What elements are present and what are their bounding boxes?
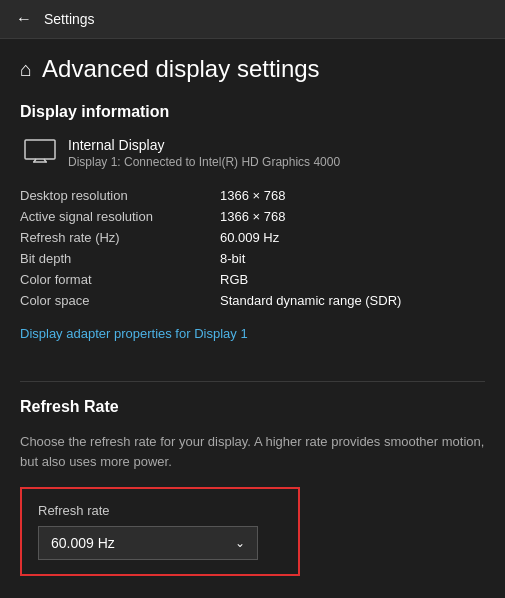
refresh-rate-dropdown[interactable]: 60.009 Hz ⌄ xyxy=(38,526,258,560)
table-row: Color spaceStandard dynamic range (SDR) xyxy=(20,290,485,311)
refresh-description: Choose the refresh rate for your display… xyxy=(20,432,485,471)
display-info-section: Display information Internal Display Dis… xyxy=(20,103,485,361)
main-content: ⌂ Advanced display settings Display info… xyxy=(0,39,505,595)
row-label: Active signal resolution xyxy=(20,206,220,227)
page-title: Advanced display settings xyxy=(42,55,320,83)
row-value: RGB xyxy=(220,269,485,290)
display-info-title: Display information xyxy=(20,103,485,121)
refresh-rate-box: Refresh rate 60.009 Hz ⌄ xyxy=(20,487,300,576)
info-table: Desktop resolution1366 × 768Active signa… xyxy=(20,185,485,311)
row-label: Desktop resolution xyxy=(20,185,220,206)
refresh-rate-value: 60.009 Hz xyxy=(51,535,115,551)
row-value: 1366 × 768 xyxy=(220,185,485,206)
top-bar: ← Settings xyxy=(0,0,505,39)
device-name: Internal Display xyxy=(68,137,340,153)
row-label: Bit depth xyxy=(20,248,220,269)
row-label: Refresh rate (Hz) xyxy=(20,227,220,248)
topbar-title: Settings xyxy=(44,11,95,27)
row-label: Color format xyxy=(20,269,220,290)
table-row: Refresh rate (Hz)60.009 Hz xyxy=(20,227,485,248)
table-row: Bit depth8-bit xyxy=(20,248,485,269)
table-row: Color formatRGB xyxy=(20,269,485,290)
row-value: 60.009 Hz xyxy=(220,227,485,248)
row-value: Standard dynamic range (SDR) xyxy=(220,290,485,311)
chevron-down-icon: ⌄ xyxy=(235,536,245,550)
section-divider xyxy=(20,381,485,382)
device-detail: Display 1: Connected to Intel(R) HD Grap… xyxy=(68,155,340,169)
adapter-link[interactable]: Display adapter properties for Display 1 xyxy=(20,326,248,341)
monitor-icon xyxy=(24,139,56,166)
table-row: Desktop resolution1366 × 768 xyxy=(20,185,485,206)
display-device: Internal Display Display 1: Connected to… xyxy=(20,137,485,169)
refresh-rate-title: Refresh Rate xyxy=(20,398,485,416)
row-value: 8-bit xyxy=(220,248,485,269)
home-icon: ⌂ xyxy=(20,58,32,81)
row-label: Color space xyxy=(20,290,220,311)
table-row: Active signal resolution1366 × 768 xyxy=(20,206,485,227)
refresh-rate-section: Refresh Rate Choose the refresh rate for… xyxy=(20,398,485,576)
back-button[interactable]: ← xyxy=(16,10,32,28)
svg-rect-0 xyxy=(25,140,55,159)
refresh-rate-label: Refresh rate xyxy=(38,503,282,518)
page-header: ⌂ Advanced display settings xyxy=(20,55,485,83)
row-value: 1366 × 768 xyxy=(220,206,485,227)
display-device-info: Internal Display Display 1: Connected to… xyxy=(68,137,340,169)
refresh-rate-container: Refresh rate 60.009 Hz ⌄ xyxy=(20,487,485,576)
